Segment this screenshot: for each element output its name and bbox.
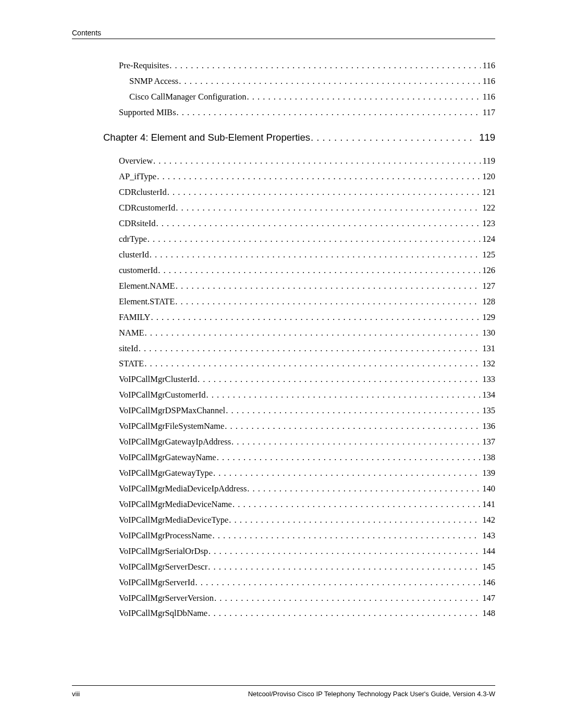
toc-page: 136 [480, 421, 495, 431]
toc-entry: Element.STATE128 [119, 296, 495, 307]
toc-page: 145 [480, 561, 495, 572]
toc-entry: CDRsiteId123 [119, 218, 495, 229]
toc-title: AP_ifType [119, 171, 157, 182]
toc-page: 120 [480, 171, 495, 182]
toc-entry: VoIPCallMgrGatewayType139 [119, 467, 495, 478]
toc-entry: VoIPCallMgrServerDescr145 [119, 561, 495, 572]
toc-leader [158, 265, 480, 276]
toc-leader [247, 91, 481, 102]
toc-page: 143 [480, 530, 495, 541]
toc-title: CDRcustomerId [119, 202, 176, 213]
toc-title: VoIPCallMgrCustomerId [119, 389, 206, 400]
page-header: Contents [72, 28, 495, 39]
toc-entry: STATE132 [119, 358, 495, 369]
toc-leader [208, 561, 480, 572]
toc-leader [153, 155, 481, 166]
toc-leader [145, 327, 481, 338]
toc-page: 130 [480, 327, 495, 338]
toc-entry: SNMP Access 116 [119, 76, 495, 87]
toc-page: 129 [480, 312, 495, 323]
toc-page: 124 [480, 233, 495, 244]
toc-leader [311, 131, 475, 144]
toc-chapter-heading: Chapter 4: Element and Sub-Element Prope… [103, 131, 495, 144]
toc-chapter-title: Chapter 4: Element and Sub-Element Prope… [103, 131, 311, 144]
toc-entry: VoIPCallMgrServerVersion147 [119, 593, 495, 603]
toc-page: 146 [480, 577, 495, 588]
toc-page: 133 [480, 374, 495, 385]
toc-leader [157, 171, 480, 182]
toc-title: CDRsiteId [119, 218, 156, 229]
toc-title: VoIPCallMgrGatewayName [119, 452, 217, 463]
toc-leader [231, 436, 480, 447]
toc-title: VoIPCallMgrClusterId [119, 374, 198, 385]
toc-entry: Supported MIBs 117 [119, 107, 495, 118]
toc-page: 144 [480, 546, 495, 557]
toc-entry: VoIPCallMgrProcessName143 [119, 530, 495, 541]
toc-title: VoIPCallMgrServerDescr [119, 561, 208, 572]
toc-title: VoIPCallMgrGatewayType [119, 467, 213, 478]
toc-entry: CDRclusterId121 [119, 187, 495, 198]
toc-entry: Overview119 [119, 155, 495, 166]
table-of-contents: Pre-Requisites 116 SNMP Access 116 Cisco… [119, 60, 495, 619]
toc-leader [176, 202, 480, 213]
toc-title: VoIPCallMgrSqlDbName [119, 608, 208, 619]
toc-title: VoIPCallMgrMediaDeviceType [119, 514, 229, 525]
toc-entry: customerId126 [119, 265, 495, 276]
toc-leader [139, 343, 481, 354]
toc-leader [225, 421, 480, 431]
toc-page: 119 [481, 155, 495, 166]
toc-leader [208, 608, 480, 619]
footer-page-number: viii [72, 690, 80, 698]
toc-leader [150, 249, 481, 260]
toc-entry: siteId131 [119, 343, 495, 354]
toc-page: 134 [480, 389, 495, 400]
toc-leader [167, 187, 481, 198]
toc-entry: VoIPCallMgrServerId146 [119, 577, 495, 588]
toc-title: Overview [119, 155, 153, 166]
toc-title: clusterId [119, 249, 150, 260]
toc-entry: Cisco CallManager Configuration 116 [119, 91, 495, 102]
toc-page: 128 [480, 296, 495, 307]
toc-title: NAME [119, 327, 145, 338]
toc-title: SNMP Access [129, 76, 179, 87]
toc-page: 140 [480, 483, 495, 494]
toc-entry: VoIPCallMgrSerialOrDsp144 [119, 546, 495, 557]
toc-leader [247, 483, 480, 494]
toc-page: 117 [481, 107, 495, 118]
toc-leader [229, 514, 480, 525]
toc-title: VoIPCallMgrMediaDeviceIpAddress [119, 483, 247, 494]
toc-page: 137 [480, 436, 495, 447]
toc-page: 139 [480, 467, 495, 478]
toc-page: 121 [480, 187, 495, 198]
toc-title: siteId [119, 343, 139, 354]
toc-leader [169, 60, 481, 71]
toc-title: VoIPCallMgrServerId [119, 577, 195, 588]
toc-leader [226, 405, 480, 416]
toc-entry: clusterId125 [119, 249, 495, 260]
toc-leader [195, 577, 480, 588]
toc-page: 147 [480, 593, 495, 603]
toc-page: 126 [480, 265, 495, 276]
toc-entry: CDRcustomerId122 [119, 202, 495, 213]
toc-leader [206, 389, 481, 400]
toc-title: Element.NAME [119, 280, 176, 291]
toc-title: VoIPCallMgrMediaDeviceName [119, 499, 232, 510]
toc-page: 132 [480, 358, 495, 369]
toc-leader [232, 499, 480, 510]
toc-title: Element.STATE [119, 296, 175, 307]
toc-entry: VoIPCallMgrCustomerId134 [119, 389, 495, 400]
toc-chapter-page: 119 [475, 131, 495, 144]
toc-page: 142 [480, 514, 495, 525]
toc-leader [151, 312, 480, 323]
toc-title: VoIPCallMgrProcessName [119, 530, 212, 541]
toc-leader [177, 107, 481, 118]
toc-leader [217, 452, 481, 463]
toc-title: Cisco CallManager Configuration [129, 91, 247, 102]
toc-entry: Pre-Requisites 116 [119, 60, 495, 71]
toc-title: FAMILY [119, 312, 151, 323]
toc-page: 131 [480, 343, 495, 354]
toc-entry: NAME130 [119, 327, 495, 338]
toc-leader [144, 358, 480, 369]
toc-leader [175, 296, 480, 307]
toc-entry: VoIPCallMgrMediaDeviceType142 [119, 514, 495, 525]
